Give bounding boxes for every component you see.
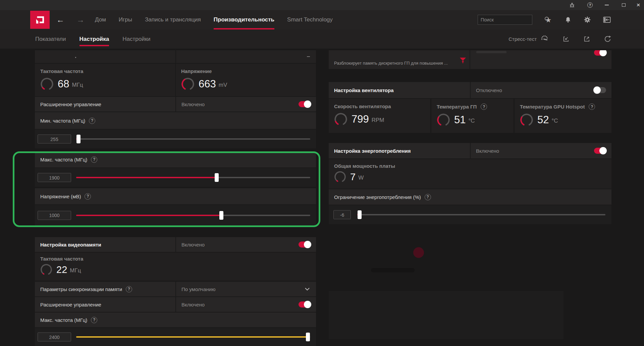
help-icon[interactable]: ? [91,317,97,323]
power-limit-slider[interactable] [357,210,605,219]
min-frequency-slider[interactable] [76,135,310,143]
power-toggle[interactable] [594,148,606,154]
memory-timing-value: По умолчанию [181,286,215,292]
gauge-icon [334,113,347,126]
voltage-slider[interactable] [76,211,310,220]
board-power-card: Общая мощность платы 7 W [329,159,611,189]
board-power-label: Общая мощность платы [334,163,611,169]
help-icon[interactable]: ? [89,118,95,124]
max-frequency-label: Макс. частота (МГц) [40,157,87,162]
max-frequency-slider-row [35,168,316,187]
help-icon[interactable]: ? [126,286,132,292]
ghost-text-bar [371,268,415,272]
vram-header: Настройка видеопамяти [35,237,175,252]
help-icon[interactable]: ? [589,103,595,110]
smart-access-memory-row: Разблокирует память дискретного ГП для п… [329,50,611,69]
vram-max-frequency-slider[interactable] [76,333,310,341]
vram-max-slider-row [35,328,316,346]
max-frequency-slider[interactable] [76,173,310,182]
fan-header: Настройка вентилятора [329,82,470,98]
ghost-panel [329,291,564,339]
voltage-mv-row: Напряжение (мВ) ? [35,188,316,204]
app-window: ? × ← → Дом Игры Запись и трансляция Про… [0,0,644,346]
gpu-tuning-panel: Тактовая частота 68 МГц Напряжение [35,0,316,346]
hotspot-temp-value: 52 [537,114,549,126]
gpu-clock-card: Тактовая частота 68 МГц [35,64,175,96]
vram-max-frequency-label: Макс. частота (МГц) [40,317,87,323]
min-frequency-input[interactable] [38,135,71,144]
fan-toggle[interactable] [594,87,606,93]
gauge-icon [520,113,533,127]
power-limit-input[interactable] [333,210,351,219]
gpu-clock-unit: МГц [72,80,83,88]
hotspot-temp-unit: °C [551,116,558,124]
vram-toggle[interactable] [299,241,311,248]
power-header-row: Настройка энергопотребления Включено [329,143,611,158]
gpu-voltage-label: Напряжение [181,68,316,74]
gpu-voltage-card: Напряжение 663 mV [176,64,316,96]
fan-metrics-row: Скорость вентилятора 799 RPM Температура… [329,99,611,133]
chevron-down-icon [305,286,310,292]
vram-max-frequency-input[interactable] [38,333,71,342]
gauge-icon [40,264,52,276]
power-state: Включено [476,148,499,154]
maximize-button[interactable] [620,2,627,8]
min-frequency-label: Мин. частота (МГц) [40,118,85,124]
vram-advanced-row: Расширенное управление Включено [35,297,316,312]
power-header: Настройка энергопотребления [329,143,470,158]
sam-red-icon [459,57,467,64]
power-limit-label: Ограничение энергопотребления (%) [334,194,421,200]
board-power-value: 7 [350,171,356,183]
gpu-advanced-state: Включено [181,101,205,107]
fan-speed-unit: RPM [372,115,384,124]
hotspot-temp-card: Температура GPU Hotspot ? 52 °C [515,99,611,133]
help-icon[interactable]: ? [481,103,487,110]
slider-thumb[interactable] [76,135,80,143]
clipped-text-ghost [476,51,506,53]
help-icon[interactable]: ? [85,193,91,200]
gpu-temp-card: Температура ГП ? 51 °C [431,99,514,133]
gauge-icon [40,77,54,91]
gpu-clock-value: 68 [58,78,69,90]
help-icon[interactable]: ? [425,194,431,200]
vram-header-row: Настройка видеопамяти Включено [35,237,316,252]
voltage-slider-row [35,205,316,225]
ghost-red-circle [413,247,424,258]
fan-state: Отключено [476,87,502,93]
board-power-row: Общая мощность платы 7 W [329,159,611,189]
gpu-temp-unit: °C [468,116,475,124]
vram-max-frequency-row: Макс. частота (МГц) ? [35,313,316,327]
power-limit-row: Ограничение энергопотребления (%) ? [329,189,611,205]
sam-toggle[interactable] [594,50,606,56]
gauge-icon [181,77,195,91]
slider-thumb[interactable] [358,210,362,219]
fan-speed-value: 799 [352,113,369,125]
max-frequency-input[interactable] [38,173,71,182]
help-icon[interactable]: ? [91,156,97,163]
vram-advanced-toggle[interactable] [299,301,311,307]
gpu-voltage-unit: mV [219,80,227,88]
slider-thumb[interactable] [306,333,310,341]
slider-thumb[interactable] [215,173,219,182]
clipped-row [35,50,316,63]
vram-clock-value: 22 [56,264,67,275]
memory-timing-dropdown[interactable]: По умолчанию [176,282,316,296]
max-frequency-row: Макс. частота (МГц) ? [35,151,316,167]
vram-advanced-state: Включено [181,302,205,307]
fan-speed-label: Скорость вентилятора [334,103,430,109]
hotspot-temp-label: Температура GPU Hotspot [520,104,585,110]
fan-speed-card: Скорость вентилятора 799 RPM [329,99,430,133]
voltage-input[interactable] [38,211,71,220]
gpu-advanced-row: Расширенное управление Включено [35,97,316,112]
gauge-icon [437,113,450,127]
power-limit-slider-row [329,205,611,224]
slider-thumb[interactable] [219,211,223,220]
voltage-mv-label: Напряжение (мВ) [40,194,81,199]
vram-advanced-label: Расширенное управление [35,297,175,312]
memory-timing-label: Параметры синхронизации памяти [40,286,122,292]
gpu-clock-label: Тактовая частота [40,68,175,74]
gpu-advanced-toggle[interactable] [299,101,311,107]
close-button[interactable]: × [635,2,642,8]
gpu-temp-value: 51 [454,114,466,126]
vram-clock-label: Тактовая частота [40,256,316,262]
